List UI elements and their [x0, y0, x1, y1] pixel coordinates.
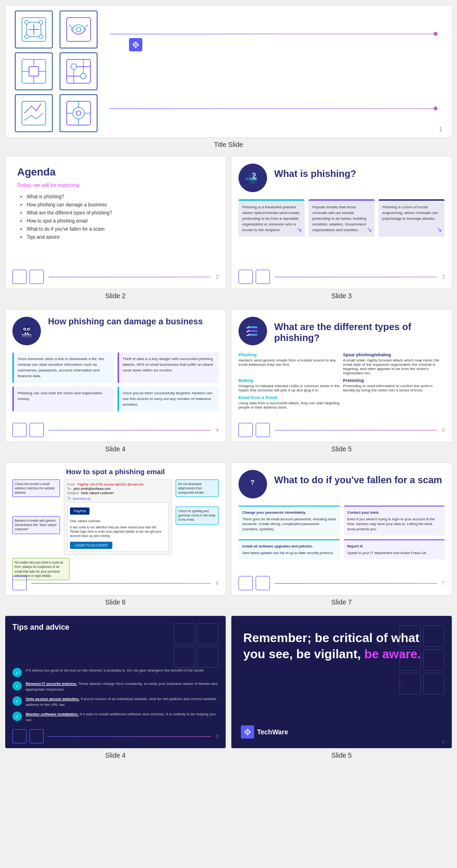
agenda-item-4: How to spot a phishing email [27, 217, 214, 225]
title-decorative-line-top [110, 34, 437, 34]
type-spear: Spear phishing/whaling A small scale, hi… [343, 352, 445, 375]
slide2-container: Agenda Today, we will be exploring: What… [5, 156, 226, 304]
circuit-icon-1 [15, 10, 53, 49]
slide6-title: How to spot a phishing email [12, 468, 219, 476]
tip-3: ✓ Only access secure websites. If you're… [12, 696, 219, 708]
title-decorative-line-bottom [110, 108, 437, 109]
agenda-content: Agenda Today, we will be exploring: What… [5, 156, 226, 251]
footer-icon-4b [30, 423, 44, 437]
svg-point-4 [39, 35, 43, 39]
footer-icon-7b [256, 576, 270, 590]
svg-point-30 [73, 107, 84, 119]
email-body-text: It has come to our attention that you ha… [70, 525, 166, 538]
agenda-item-5: What to do if you've fallen for a scam [27, 225, 214, 233]
scam-icon-circle: ? [238, 470, 267, 498]
slide7-header: ? What to do if you've fallen for a scam [238, 470, 445, 498]
tips-right-icons [174, 623, 219, 668]
right-callouts: Do not download attachments from unexpec… [176, 479, 219, 555]
slide5-footer: 5 [238, 423, 445, 437]
tip-check-4: ✓ [12, 712, 22, 721]
tip-2: ✓ Request IT security training. Those at… [12, 681, 219, 692]
email-body-greeting: Dear valued customer, [70, 519, 166, 523]
slide-5: What are the different types of phishing… [231, 309, 452, 442]
remember-icon-6 [423, 673, 445, 694]
type-baiting: Baiting Dropping of malware-infected USB… [238, 378, 340, 392]
email-attachment: 📎 download.xls [67, 497, 169, 500]
remember-icon-5 [399, 673, 421, 694]
circuit-icon-3 [15, 52, 53, 90]
footer-icons-7 [238, 576, 270, 590]
scam-content: ? What to do if you've fallen for a scam… [231, 463, 452, 583]
slide9-label: Slide 5 [231, 749, 452, 764]
tips-content: Tips and advice ✓ If it seems too good t [5, 616, 226, 746]
slide7-container: ? What to do if you've fallen for a scam… [231, 462, 452, 611]
slide-7: ? What to do if you've fallen for a scam… [231, 462, 452, 595]
dark-icon-2 [197, 623, 219, 644]
slide7-footer: 7 [238, 576, 445, 590]
spot-layout: Check the sender's email address matches… [12, 479, 219, 555]
footer-line-6 [31, 583, 211, 584]
slide-4: How phishing can damage a business Once … [5, 309, 226, 442]
slide3-container: What is phishing? Phishing is a fraudule… [231, 156, 452, 304]
footer-icon-8a [12, 729, 27, 743]
type-phishing: Phishing Hackers send generic emails fro… [238, 352, 340, 375]
slide-9: Remember; be critical of what you see, b… [231, 615, 452, 749]
title-slide: TechWare Training employees to recognize… [5, 5, 452, 138]
tip-text-1: If it seems too good to be true on the i… [26, 668, 204, 673]
remember-icon-2 [423, 625, 445, 647]
slide5-title: What are the different types of phishing… [274, 317, 445, 343]
slide-2: Agenda Today, we will be exploring: What… [5, 156, 226, 289]
slide5-label: Slide 5 [231, 442, 452, 458]
slide-num-4: 4 [216, 428, 219, 433]
email-to-row: To: john.smith@softwea.com [67, 487, 169, 490]
slide-6: How to spot a phishing email Check the s… [5, 462, 226, 595]
slides-row-2: How phishing can damage a business Once … [5, 309, 452, 458]
brand-logo-icon [129, 38, 142, 51]
remember-content: Remember; be critical of what you see, b… [231, 616, 452, 677]
damage-card-1: Once someone clicks a link or downloads … [12, 352, 114, 383]
agenda-item-3: What are the different types of phishing… [27, 209, 214, 217]
slide2-label: Slide 2 [5, 289, 226, 304]
tip-check-3: ✓ [12, 696, 22, 706]
slide6-footer: 6 [12, 576, 219, 590]
svg-point-31 [76, 111, 81, 116]
remember-brand-name: TechWare [257, 728, 288, 736]
footer-icon-3b [256, 270, 270, 284]
phishing-icon-circle [238, 164, 267, 192]
footer-icons-2 [12, 270, 44, 284]
slide8-label: Slide 4 [5, 749, 226, 764]
tip-text-2: Request IT security training. Those atta… [26, 681, 219, 692]
slide6-label: Slide 6 [5, 595, 226, 611]
slide-number-1: 1 [439, 126, 442, 133]
callout-4: Check for spelling and grammar errors in… [176, 507, 219, 524]
action-4: Report it! Speak to your IT department a… [344, 539, 445, 559]
callout-2: Beware of emails with generic introducti… [12, 516, 60, 534]
svg-point-44 [24, 329, 26, 330]
types-content: What are the different types of phishing… [231, 310, 452, 433]
agenda-item-6: Tips and advice [27, 233, 214, 241]
phishing-card-1: Phishing is a fraudulent practice where … [238, 199, 305, 237]
page-wrapper: TechWare Training employees to recognize… [0, 0, 457, 773]
slide-num-8: 8 [216, 734, 219, 739]
remember-icon-4 [423, 649, 445, 671]
slide4-container: How phishing can damage a business Once … [5, 309, 226, 458]
footer-icons-8 [12, 729, 44, 743]
agenda-title: Agenda [17, 166, 214, 178]
action-3: Install all software upgrades and patche… [238, 539, 340, 559]
slide7-label: Slide 7 [231, 595, 452, 611]
email-mockup: From: PayPal <ID-GTB-service-9p0322-@mai… [64, 479, 172, 555]
footer-line-5 [275, 430, 437, 430]
slide-num-3: 3 [442, 274, 445, 280]
slide-num-2: 2 [216, 274, 219, 280]
left-callouts: Check the sender's email address matches… [12, 479, 60, 555]
footer-icons-3 [238, 270, 270, 284]
svg-text:?: ? [250, 478, 255, 486]
slides-row-4: Tips and advice ✓ If it seems too good t [5, 615, 452, 764]
footer-icons-4 [12, 423, 44, 437]
tip-text-4: Monitor software installation. If it ask… [26, 712, 219, 723]
svg-rect-11 [67, 18, 90, 41]
footer-line-8 [49, 736, 211, 737]
footer-line-2 [49, 277, 211, 277]
svg-point-22 [71, 64, 77, 69]
slides-row-3: How to spot a phishing email Check the s… [5, 462, 452, 611]
